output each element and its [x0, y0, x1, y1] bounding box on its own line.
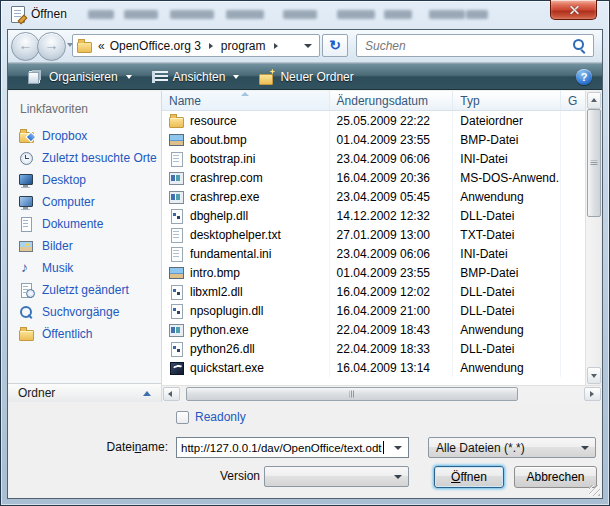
- version-select[interactable]: [264, 466, 409, 487]
- organize-icon: [28, 70, 43, 84]
- file-row-intro-bmp[interactable]: intro.bmp 01.04.2009 23:55 BMP-Datei: [162, 263, 585, 282]
- horizontal-scroll-thumb[interactable]: [186, 387, 518, 401]
- text-caret: [383, 441, 384, 454]
- sidebar-item-ffentlich[interactable]: Öffentlich: [8, 323, 161, 345]
- file-row-crashrep-com[interactable]: crashrep.com 16.04.2009 20:36 MS-DOS-Anw…: [162, 168, 585, 187]
- vertical-scroll-thumb[interactable]: [587, 109, 601, 217]
- new-folder-button[interactable]: Neuer Ordner: [249, 64, 363, 89]
- file-type: DLL-Datei: [460, 285, 514, 299]
- help-button[interactable]: ?: [576, 69, 592, 85]
- command-toolbar: Organisieren Ansichten Neuer Ordner ?: [8, 63, 602, 90]
- triangle-right-icon: [590, 391, 594, 397]
- scroll-left-button[interactable]: [163, 387, 180, 401]
- sidebar-item-bilder[interactable]: Bilder: [8, 235, 161, 257]
- sidebar-item-dokumente[interactable]: Dokumente: [8, 213, 161, 235]
- scroll-grip: [350, 391, 355, 398]
- image-file-icon: [169, 265, 185, 281]
- file-size: [561, 358, 585, 377]
- search-input[interactable]: [357, 35, 593, 56]
- file-row-about-bmp[interactable]: about.bmp 01.04.2009 23:55 BMP-Datei: [162, 130, 585, 149]
- file-type: MS-DOS-Anwend...: [460, 171, 561, 185]
- column-header-g[interactable]: G: [561, 91, 585, 110]
- file-row-fundamental-ini[interactable]: fundamental.ini 23.04.2009 06:06 INI-Dat…: [162, 244, 585, 263]
- filetype-dropdown-icon[interactable]: [581, 446, 589, 450]
- chevron-right-icon[interactable]: [274, 43, 278, 49]
- open-button[interactable]: Öffnen: [434, 466, 504, 488]
- file-date: 16.04.2009 13:14: [337, 361, 430, 375]
- refresh-button[interactable]: ↻: [322, 34, 348, 57]
- sidebar-item-zuletzt-besuchte-orte[interactable]: Zuletzt besuchte Orte: [8, 147, 161, 169]
- file-row-python-exe[interactable]: python.exe 22.04.2009 18:43 Anwendung: [162, 320, 585, 339]
- vertical-scrollbar[interactable]: [585, 91, 602, 385]
- chevron-right-icon[interactable]: [209, 43, 213, 49]
- breadcrumb-openoffice-org-3[interactable]: OpenOffice.org 3: [108, 39, 203, 53]
- filetype-select[interactable]: Alle Dateien (*.*): [428, 437, 596, 458]
- file-date: 23.04.2009 06:06: [337, 152, 430, 166]
- file-size: [561, 130, 585, 149]
- version-dropdown-icon[interactable]: [394, 475, 402, 479]
- file-date: 25.05.2009 22:22: [337, 114, 430, 128]
- scroll-up-button[interactable]: [587, 92, 601, 109]
- organize-button[interactable]: Organisieren: [18, 64, 142, 89]
- window-title: Öffnen: [31, 7, 67, 21]
- column-headers: Name Änderungsdatum Typ G: [162, 91, 585, 111]
- back-button[interactable]: ←: [11, 32, 40, 61]
- scroll-right-button[interactable]: [584, 387, 601, 401]
- file-row-python26-dll[interactable]: python26.dll 22.04.2009 18:33 DLL-Datei: [162, 339, 585, 358]
- sidebar-item-zuletzt-ge-ndert[interactable]: Zuletzt geändert: [8, 279, 161, 301]
- file-row-dbghelp-dll[interactable]: dbghelp.dll 14.12.2002 12:32 DLL-Datei: [162, 206, 585, 225]
- help-icon: ?: [581, 71, 588, 83]
- main-area: Linkfavoriten Dropbox Zuletzt besuchte O…: [8, 91, 602, 402]
- column-header-nderungsdatum[interactable]: Änderungsdatum: [330, 91, 454, 110]
- readonly-label[interactable]: Readonly: [195, 410, 246, 424]
- sidebar-item-desktop[interactable]: Desktop: [8, 169, 161, 191]
- forward-button[interactable]: →: [37, 32, 66, 61]
- triangle-left-icon: [168, 391, 172, 397]
- sidebar-item-label: Bilder: [42, 239, 73, 253]
- text-file-icon: [169, 246, 185, 262]
- file-date: 23.04.2009 05:45: [337, 190, 430, 204]
- sidebar-item-computer[interactable]: Computer: [8, 191, 161, 213]
- sidebar-item-dropbox[interactable]: Dropbox: [8, 125, 161, 147]
- resize-grip[interactable]: [589, 485, 600, 496]
- titlebar[interactable]: Öffnen: [0, 0, 610, 29]
- folders-expander[interactable]: Ordner: [8, 383, 161, 402]
- menu-text-blur: [429, 10, 465, 19]
- menu-text-blur: [124, 10, 158, 19]
- sidebar-item-suchvorg-nge[interactable]: Suchvorgänge: [8, 301, 161, 323]
- file-size: [561, 320, 585, 339]
- file-row-resource[interactable]: resource 25.05.2009 22:22 Dateiordner: [162, 111, 585, 130]
- search-icon[interactable]: [573, 39, 584, 50]
- file-type: BMP-Datei: [460, 266, 518, 280]
- public-folder-icon: [18, 326, 35, 342]
- file-size: [561, 282, 585, 301]
- file-row-npsoplugin-dll[interactable]: npsoplugin.dll 16.04.2009 21:00 DLL-Date…: [162, 301, 585, 320]
- file-type: Dateiordner: [460, 114, 523, 128]
- filename-dropdown-icon[interactable]: [394, 446, 402, 450]
- filename-input[interactable]: http://127.0.0.1/dav/OpenOffice/text.odt: [176, 437, 409, 458]
- column-header-name[interactable]: Name: [162, 91, 330, 110]
- breadcrumb-program[interactable]: program: [219, 39, 268, 53]
- recent-places-icon: [18, 150, 35, 166]
- file-row-desktophelper-txt[interactable]: desktophelper.txt 27.01.2009 13:00 TXT-D…: [162, 225, 585, 244]
- column-header-typ[interactable]: Typ: [453, 91, 561, 110]
- file-date: 16.04.2009 21:00: [337, 304, 430, 318]
- file-row-quickstart-exe[interactable]: quickstart.exe 16.04.2009 13:14 Anwendun…: [162, 358, 585, 377]
- file-row-libxml2-dll[interactable]: libxml2.dll 16.04.2009 12:02 DLL-Datei: [162, 282, 585, 301]
- search-box[interactable]: [356, 34, 594, 57]
- scroll-down-button[interactable]: [587, 367, 601, 384]
- breadcrumb-overflow-chevron[interactable]: «: [98, 39, 105, 53]
- cancel-button[interactable]: Abbrechen: [514, 466, 597, 488]
- file-size: [561, 111, 585, 130]
- address-bar[interactable]: « OpenOffice.org 3 program: [72, 34, 320, 57]
- file-row-crashrep-exe[interactable]: crashrep.exe 23.04.2009 05:45 Anwendung: [162, 187, 585, 206]
- filename-value: http://127.0.0.1/dav/OpenOffice/text.odt: [181, 442, 382, 454]
- sidebar-item-musik[interactable]: Musik: [8, 257, 161, 279]
- close-button[interactable]: [550, 0, 597, 20]
- file-row-bootstrap-ini[interactable]: bootstrap.ini 23.04.2009 06:06 INI-Datei: [162, 149, 585, 168]
- readonly-checkbox[interactable]: [176, 411, 189, 424]
- dll-file-icon: [169, 208, 185, 224]
- address-dropdown-icon[interactable]: [304, 44, 312, 48]
- horizontal-scrollbar[interactable]: [162, 385, 602, 402]
- views-button[interactable]: Ansichten: [142, 64, 250, 89]
